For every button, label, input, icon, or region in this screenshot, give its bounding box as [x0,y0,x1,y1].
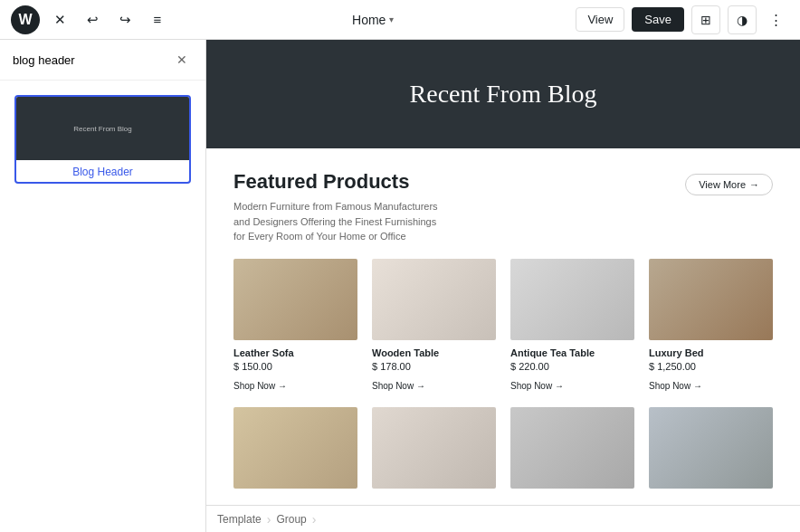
product-image [510,259,634,340]
canvas: Recent From Blog Featured Products Moder… [206,40,800,532]
toolbar-right: View Save ⊞ ◑ ⋮ [576,5,789,34]
close-icon: ✕ [54,12,66,28]
section-header: Featured Products Modern Furniture from … [233,170,773,244]
product-name: Wooden Table [372,347,496,358]
page-title-button[interactable]: Home ▾ [352,13,394,27]
contrast-icon: ◑ [737,13,748,27]
layout-button[interactable]: ⊞ [691,5,720,34]
blog-header-title: Recent From Blog [410,80,597,109]
list-view-button[interactable]: ≡ [145,7,170,33]
product-image [233,407,357,489]
shop-now-link[interactable]: Shop Now → [233,381,287,391]
section-description: Modern Furniture from Famous Manufacture… [233,199,451,244]
sidebar: blog header ✕ Recent From Blog Blog Head… [0,40,206,532]
chevron-down-icon: ▾ [389,14,394,24]
product-name: Antique Tea Table [510,347,634,358]
close-button[interactable]: ✕ [47,7,72,33]
product-price: $ 1,250.00 [649,361,773,372]
section-title: Featured Products [233,170,451,194]
product-item: Wooden Table $ 178.00 Shop Now → [372,259,496,393]
product-item: Luxury Bed $ 1,250.00 Shop Now → [649,259,773,393]
wp-logo-icon[interactable]: W [11,5,40,34]
product-price: $ 150.00 [233,361,357,372]
shop-now-link[interactable]: Shop Now → [372,381,425,391]
layout-icon: ⊞ [700,13,711,27]
product-name: Leather Sofa [233,347,357,358]
bottom-bar: Template › Group › [206,505,800,532]
product-item [233,407,357,496]
toolbar-left: W ✕ ↩ ↪ ≡ [11,5,170,34]
section-title-group: Featured Products Modern Furniture from … [233,170,451,244]
redo-icon: ↪ [119,12,131,28]
product-item: Leather Sofa $ 150.00 Shop Now → [233,259,357,393]
redo-button[interactable]: ↪ [112,7,138,33]
product-image [233,259,357,340]
breadcrumb-sep-2: › [312,512,317,527]
canvas-inner: Recent From Blog Featured Products Moder… [206,40,800,505]
blog-header-section: Recent From Blog [206,40,800,148]
block-preview[interactable]: Recent From Blog Blog Header [14,95,191,184]
breadcrumb-sep-1: › [267,512,271,527]
top-bar: W ✕ ↩ ↪ ≡ Home ▾ View Save ⊞ ◑ [0,0,800,40]
product-image [649,407,773,489]
product-price: $ 220.00 [510,361,634,372]
sidebar-header: blog header ✕ [0,40,205,81]
featured-products-section: Featured Products Modern Furniture from … [206,148,800,505]
more-options-button[interactable]: ⋮ [764,7,789,33]
breadcrumb: Template › Group › [217,512,316,527]
sidebar-header-title: blog header [13,53,75,67]
main-layout: blog header ✕ Recent From Blog Blog Head… [0,40,800,532]
arrow-icon: → [749,179,759,190]
view-button[interactable]: View [576,7,624,32]
undo-button[interactable]: ↩ [80,7,105,33]
page-content: Recent From Blog Featured Products Moder… [206,40,800,505]
block-preview-image: Recent From Blog [16,97,189,160]
product-item [372,407,496,496]
contrast-button[interactable]: ◑ [728,5,757,34]
product-item [649,407,773,496]
block-preview-label: Blog Header [16,160,189,182]
breadcrumb-group[interactable]: Group [276,513,306,526]
sidebar-close-button[interactable]: ✕ [171,49,193,71]
product-image [372,407,496,489]
undo-icon: ↩ [87,12,99,28]
list-icon: ≡ [154,12,162,27]
sidebar-content: Recent From Blog Blog Header [0,81,205,532]
product-image [372,259,496,340]
toolbar-center: Home ▾ [352,13,394,27]
product-name: Luxury Bed [649,347,773,358]
view-more-button[interactable]: View More → [685,174,773,195]
product-item [510,407,634,496]
products-grid-row2 [233,407,773,496]
more-icon: ⋮ [769,12,783,28]
product-image [510,407,634,489]
shop-now-link[interactable]: Shop Now → [649,381,702,391]
products-grid-row1: Leather Sofa $ 150.00 Shop Now → Wooden … [233,259,773,393]
save-button[interactable]: Save [632,7,684,32]
breadcrumb-template[interactable]: Template [217,513,262,526]
page-title-label: Home [352,13,386,27]
shop-now-link[interactable]: Shop Now → [510,381,564,391]
product-item: Antique Tea Table $ 220.00 Shop Now → [510,259,634,393]
product-price: $ 178.00 [372,361,496,372]
product-image [649,259,773,340]
sidebar-close-icon: ✕ [176,52,187,67]
block-preview-text: Recent From Blog [73,125,131,133]
